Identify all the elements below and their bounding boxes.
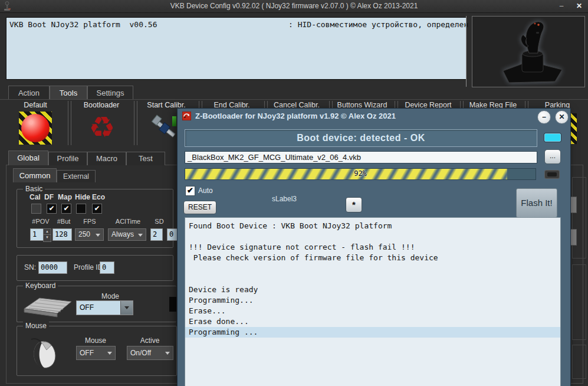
dropdown-arrow-icon <box>107 352 112 355</box>
sn-groupbox: SN: 0000 Profile ID: 0 <box>17 255 173 281</box>
covered-control <box>570 197 577 213</box>
log-line: Erase done... <box>185 316 560 327</box>
bootloader-recycle-icon[interactable]: ♻︎ <box>84 110 120 145</box>
minimize-button[interactable]: – <box>556 1 567 11</box>
bootloader-log[interactable]: Found Boot Device : VKB Boot NJoy32 plat… <box>185 217 561 386</box>
keyboard-mode-value: OFF <box>80 303 94 312</box>
device-preview-frame <box>472 16 585 87</box>
tab-tools[interactable]: Tools <box>50 86 87 100</box>
dialog-close-button[interactable]: ✕ <box>555 110 569 124</box>
tab-action[interactable]: Action <box>8 86 50 100</box>
flash-it-button[interactable]: Flash It! <box>516 188 557 218</box>
mouse-active-dropdown[interactable]: On/Off <box>127 346 173 360</box>
covered-groupbox <box>572 345 586 379</box>
joystick-image <box>472 77 583 87</box>
log-line: Device is ready <box>185 284 560 295</box>
log-line-highlighted: Programming ... <box>185 327 560 338</box>
dropdown-arrow-icon <box>120 301 133 315</box>
progress-small-button[interactable] <box>544 170 560 179</box>
tab-common[interactable]: Common <box>13 168 57 182</box>
mouse-mode-label: Mouse <box>76 336 115 345</box>
covered-groupbox <box>572 264 586 340</box>
device-info-panel[interactable]: VKB Boot NJoy32 platform v00.56 : HID-со… <box>6 17 467 80</box>
mouse-mode-dropdown[interactable]: OFF <box>76 346 116 360</box>
vkb-device-config-window: VKB Device Config v0.92.02 ( NJoy32 firm… <box>0 0 588 386</box>
log-line <box>185 263 560 274</box>
keyboard-mode-dropdown[interactable]: OFF <box>76 300 133 315</box>
cal-label: Cal <box>29 193 41 201</box>
tab-settings[interactable]: Settings <box>87 86 133 100</box>
toolbar-default-button[interactable]: Default <box>3 101 68 109</box>
df-checkbox[interactable]: ✔ <box>47 204 57 214</box>
pov-input[interactable]: 1 <box>30 228 44 241</box>
log-line: !!! Device signature not correct - flash… <box>185 242 560 253</box>
dialog-minimize-button[interactable]: – <box>537 110 551 124</box>
toolbar-separator <box>68 101 71 145</box>
hide-checkbox[interactable] <box>76 204 86 214</box>
covered-control <box>570 229 577 246</box>
hide-label: Hide <box>75 193 90 201</box>
calibr-indicator <box>172 116 176 126</box>
df-label: DF <box>44 193 54 201</box>
eco-label: Eco <box>92 193 105 201</box>
map-label: Map <box>58 193 72 201</box>
log-line <box>185 231 560 242</box>
device-info-right: : HID-совместимое устройство, определен <box>288 20 468 29</box>
status-led-icon <box>544 133 561 142</box>
reset-button[interactable]: RESET <box>183 201 216 214</box>
tab-external[interactable]: External <box>57 170 96 182</box>
toolbar-bootloader-button[interactable]: Bootloader <box>69 101 134 109</box>
map-checkbox[interactable]: ✔ <box>61 204 71 214</box>
browse-button[interactable]: ... <box>544 149 561 164</box>
fps-dropdown[interactable]: 250 <box>75 228 104 241</box>
sd-label: SD <box>150 218 168 225</box>
tab-global[interactable]: Global <box>8 151 48 165</box>
tab-test[interactable]: Test <box>126 152 165 165</box>
fps-value: 250 <box>78 230 90 238</box>
sd-input[interactable]: 2 <box>150 228 163 241</box>
dropdown-arrow-icon <box>138 234 143 237</box>
eco-checkbox[interactable]: ✔ <box>92 204 102 214</box>
device-info-left: VKB Boot NJoy32 platform v00.56 <box>9 20 157 29</box>
divider <box>466 16 467 87</box>
firmware-file-input[interactable]: _BlackBox_MK2_GF_MCG_Ultimate_v2_06_4.vk… <box>185 151 537 163</box>
log-line: Erase... <box>185 306 560 316</box>
log-line <box>185 274 560 284</box>
toolbar-separator <box>134 101 137 145</box>
pov-spinner-down-icon[interactable]: ▼ <box>43 234 51 242</box>
close-button[interactable]: ✕ <box>573 1 585 11</box>
log-line: Found Boot Device : VKB Boot NJoy32 plat… <box>185 221 560 231</box>
mouse-groupbox-title: Mouse <box>23 322 49 330</box>
dropdown-arrow-icon <box>96 234 100 237</box>
tab-profile[interactable]: Profile <box>48 152 87 165</box>
mouse-icon <box>27 338 61 374</box>
mouse-mode-value: OFF <box>80 349 94 357</box>
keyboard-icon <box>22 293 74 320</box>
but-input[interactable]: 128 <box>52 228 72 241</box>
cal-checkbox[interactable] <box>31 204 41 214</box>
basic-groupbox: Basic Cal DF Map Hide Eco ✔ ✔ ✔ #POV #Bu… <box>17 189 173 248</box>
sn-input[interactable]: 0000 <box>38 261 67 274</box>
covered-groupbox <box>572 177 586 259</box>
progress-percent-label: 92% <box>185 169 536 178</box>
star-button[interactable]: * <box>346 197 362 212</box>
window-title: VKB Device Config v0.92.02 ( NJoy32 firm… <box>0 2 588 10</box>
flash-progress-bar: 92% <box>185 168 536 180</box>
red-ball-icon <box>21 114 50 142</box>
acitime-dropdown[interactable]: Always <box>108 228 146 241</box>
tab-macro[interactable]: Macro <box>87 152 126 165</box>
but-label: #But <box>52 218 75 225</box>
default-hazard-icon[interactable] <box>19 112 52 145</box>
dropdown-arrow-icon <box>165 352 170 355</box>
parking-hazard-icon <box>570 113 577 144</box>
profile-id-input[interactable]: 0 <box>100 261 114 274</box>
window-titlebar: VKB Device Config v0.92.02 ( NJoy32 firm… <box>0 0 588 13</box>
basic-groupbox-title: Basic <box>23 185 45 193</box>
keyboard-groupbox: Keyboard Mode OFF <box>17 286 176 322</box>
boot-status-panel: Boot device: detected - OK <box>185 129 537 147</box>
acitime-value: Always <box>111 230 134 238</box>
mouse-active-value: On/Off <box>130 349 151 357</box>
dialog-title: Z-Bootloader for NJoy32 platform v1.92 ©… <box>195 112 396 120</box>
auto-checkbox[interactable]: ✔ <box>185 186 195 196</box>
acitime-label: ACITime <box>113 218 143 225</box>
